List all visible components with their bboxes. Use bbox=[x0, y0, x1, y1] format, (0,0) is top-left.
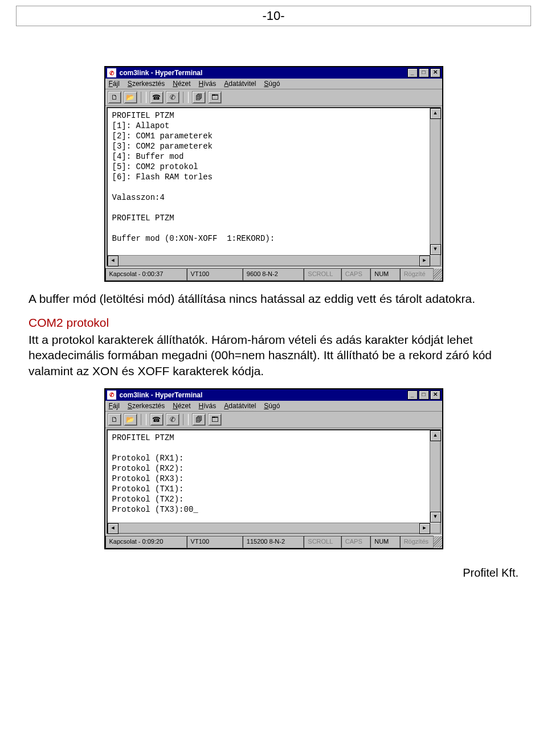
menu-help[interactable]: Súgó bbox=[264, 80, 280, 88]
screenshot-1: ✆ com3link - HyperTerminal _ □ ✕ Fájl Sz… bbox=[104, 66, 443, 282]
scroll-up-icon[interactable]: ▲ bbox=[430, 430, 441, 441]
terminal-output: PROFITEL PTZM Protokol (RX1): Protokol (… bbox=[108, 430, 440, 533]
page-number: -10- bbox=[16, 6, 531, 26]
menu-transfer[interactable]: Adatátvitel bbox=[224, 402, 256, 410]
status-line: 115200 8-N-2 bbox=[243, 536, 304, 548]
app-icon: ✆ bbox=[107, 391, 116, 400]
screenshot-2: ✆ com3link - HyperTerminal _ □ ✕ Fájl Sz… bbox=[104, 388, 443, 549]
status-caps: CAPS bbox=[341, 536, 370, 548]
status-record: Rögzíté bbox=[400, 268, 434, 281]
window-title: com3link - HyperTerminal bbox=[120, 391, 203, 399]
app-icon: ✆ bbox=[107, 68, 116, 77]
terminal-output: PROFITEL PTZM [1]: Allapot [2]: COM1 par… bbox=[108, 108, 440, 265]
disconnect-icon[interactable]: ✆ bbox=[166, 91, 179, 104]
properties-icon[interactable]: 🗔 bbox=[208, 413, 222, 426]
paragraph-1: A buffer mód (letöltési mód) átállítása … bbox=[28, 291, 519, 307]
menu-file[interactable]: Fájl bbox=[109, 402, 120, 410]
menu-edit[interactable]: Szerkesztés bbox=[128, 402, 165, 410]
menu-edit[interactable]: Szerkesztés bbox=[128, 80, 165, 88]
statusbar: Kapcsolat - 0:00:37 VT100 9600 8-N-2 SCR… bbox=[105, 268, 442, 281]
maximize-button[interactable]: □ bbox=[419, 391, 429, 400]
status-emulation: VT100 bbox=[187, 268, 243, 281]
disconnect-icon[interactable]: ✆ bbox=[166, 413, 179, 426]
window-titlebar: ✆ com3link - HyperTerminal _ □ ✕ bbox=[105, 389, 442, 401]
menu-call[interactable]: Hívás bbox=[199, 80, 217, 88]
send-icon[interactable]: 🗐 bbox=[192, 91, 206, 104]
scroll-down-icon[interactable]: ▼ bbox=[430, 512, 441, 523]
status-caps: CAPS bbox=[341, 268, 370, 281]
status-scroll: SCROLL bbox=[304, 268, 341, 281]
minimize-button[interactable]: _ bbox=[407, 391, 418, 400]
menu-transfer[interactable]: Adatátvitel bbox=[224, 80, 256, 88]
scroll-left-icon[interactable]: ◄ bbox=[108, 523, 119, 534]
new-icon[interactable]: 🗋 bbox=[108, 413, 121, 426]
scrollbar-vertical[interactable]: ▲ ▼ bbox=[430, 430, 440, 523]
window-title: com3link - HyperTerminal bbox=[120, 69, 203, 77]
connect-icon[interactable]: ☎ bbox=[150, 413, 164, 426]
connect-icon[interactable]: ☎ bbox=[150, 91, 164, 104]
menu-file[interactable]: Fájl bbox=[109, 80, 120, 88]
new-icon[interactable]: 🗋 bbox=[108, 91, 121, 104]
terminal-area: PROFITEL PTZM Protokol (RX1): Protokol (… bbox=[107, 429, 441, 534]
section-heading: COM2 protokol bbox=[28, 316, 519, 330]
scroll-down-icon[interactable]: ▼ bbox=[430, 244, 441, 255]
scroll-right-icon[interactable]: ► bbox=[419, 256, 430, 266]
status-scroll: SCROLL bbox=[304, 536, 341, 548]
toolbar: 🗋 📂 ☎ ✆ 🗐 🗔 bbox=[105, 89, 442, 106]
status-num: NUM bbox=[370, 536, 399, 548]
scrollbar-horizontal[interactable]: ◄ ► bbox=[108, 255, 430, 265]
open-icon[interactable]: 📂 bbox=[124, 413, 137, 426]
scroll-right-icon[interactable]: ► bbox=[419, 523, 430, 534]
status-emulation: VT100 bbox=[187, 536, 243, 548]
status-num: NUM bbox=[370, 268, 399, 281]
scroll-corner bbox=[430, 256, 440, 265]
maximize-button[interactable]: □ bbox=[419, 68, 429, 77]
minimize-button[interactable]: _ bbox=[407, 68, 418, 77]
open-icon[interactable]: 📂 bbox=[124, 91, 137, 104]
size-grip[interactable] bbox=[434, 536, 442, 548]
size-grip[interactable] bbox=[434, 269, 442, 280]
footer-company: Profitel Kft. bbox=[28, 566, 519, 580]
status-line: 9600 8-N-2 bbox=[243, 268, 304, 281]
status-record: Rögzítés bbox=[400, 536, 434, 548]
scrollbar-vertical[interactable]: ▲ ▼ bbox=[430, 108, 440, 255]
menu-view[interactable]: Nézet bbox=[173, 80, 190, 88]
close-button[interactable]: ✕ bbox=[430, 68, 440, 77]
menu-help[interactable]: Súgó bbox=[264, 402, 280, 410]
menu-view[interactable]: Nézet bbox=[173, 402, 190, 410]
paragraph-2: Itt a protokol karakterek állíthatók. Há… bbox=[28, 332, 519, 379]
scroll-corner bbox=[430, 523, 440, 533]
toolbar: 🗋 📂 ☎ ✆ 🗐 🗔 bbox=[105, 412, 442, 428]
status-connection: Kapcsolat - 0:00:37 bbox=[105, 268, 187, 281]
scroll-up-icon[interactable]: ▲ bbox=[430, 108, 441, 119]
scrollbar-horizontal[interactable]: ◄ ► bbox=[108, 523, 430, 533]
terminal-area: PROFITEL PTZM [1]: Allapot [2]: COM1 par… bbox=[107, 107, 441, 266]
statusbar: Kapcsolat - 0:09:20 VT100 115200 8-N-2 S… bbox=[105, 535, 442, 548]
properties-icon[interactable]: 🗔 bbox=[208, 91, 222, 104]
status-connection: Kapcsolat - 0:09:20 bbox=[105, 536, 187, 548]
menubar: Fájl Szerkesztés Nézet Hívás Adatátvitel… bbox=[105, 401, 442, 412]
menubar: Fájl Szerkesztés Nézet Hívás Adatátvitel… bbox=[105, 79, 442, 89]
window-titlebar: ✆ com3link - HyperTerminal _ □ ✕ bbox=[105, 67, 442, 79]
scroll-left-icon[interactable]: ◄ bbox=[108, 256, 119, 266]
send-icon[interactable]: 🗐 bbox=[192, 413, 206, 426]
close-button[interactable]: ✕ bbox=[430, 391, 440, 400]
menu-call[interactable]: Hívás bbox=[199, 402, 217, 410]
